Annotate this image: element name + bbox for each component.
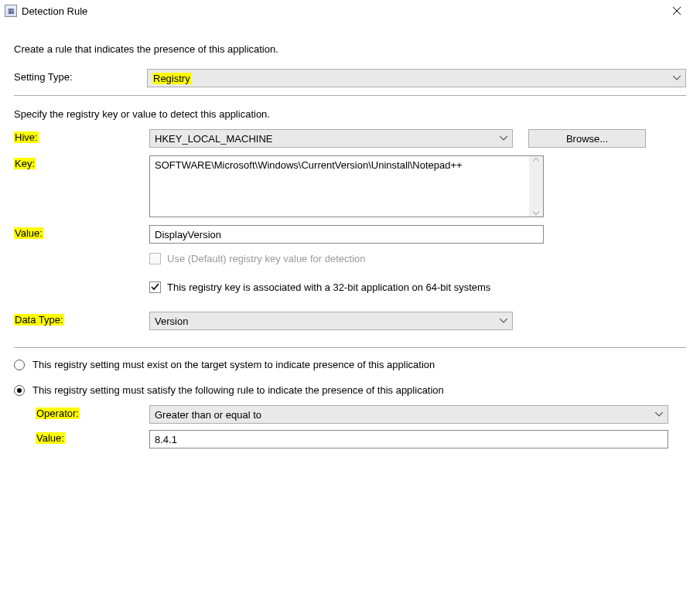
use-default-checkbox <box>149 253 161 264</box>
operator-combo[interactable]: Greater than or equal to <box>149 405 668 424</box>
radio-exist-row[interactable]: This registry setting must exist on the … <box>14 359 686 370</box>
hive-combo[interactable]: HKEY_LOCAL_MACHINE <box>149 129 513 148</box>
radio-satisfy-label: This registry setting must satisfy the f… <box>32 384 444 396</box>
value-input-text: DisplayVersion <box>155 229 221 240</box>
scrollbar[interactable] <box>529 156 543 217</box>
key-value: SOFTWARE\Microsoft\Windows\CurrentVersio… <box>150 156 529 217</box>
data-type-label: Data Type: <box>14 314 64 326</box>
radio-exist-label: This registry setting must exist on the … <box>32 359 435 370</box>
setting-type-label: Setting Type: <box>14 71 73 83</box>
use-default-label: Use (Default) registry key value for det… <box>167 253 366 264</box>
intro-text: Create a rule that indicates the presenc… <box>14 43 686 55</box>
setting-type-value: Registry <box>152 73 191 84</box>
titlebar: ▦ Detection Rule <box>0 0 700 22</box>
assoc-32bit-label: This registry key is associated with a 3… <box>167 281 490 293</box>
browse-button-label: Browse... <box>566 133 608 145</box>
operator-value: Greater than or equal to <box>155 409 261 421</box>
radio-satisfy[interactable] <box>14 385 25 396</box>
window-title: Detection Rule <box>22 5 87 17</box>
hive-value: HKEY_LOCAL_MACHINE <box>155 133 272 145</box>
value-label: Value: <box>14 227 43 239</box>
chevron-down-icon <box>500 136 507 141</box>
radio-exist[interactable] <box>14 360 25 370</box>
key-label: Key: <box>14 158 36 169</box>
chevron-down-icon <box>655 412 663 417</box>
value-input[interactable]: DisplayVersion <box>149 225 544 244</box>
data-type-combo[interactable]: Version <box>149 312 513 330</box>
separator <box>14 95 686 96</box>
assoc-32bit-checkbox[interactable] <box>149 281 161 293</box>
scroll-down-icon <box>533 211 539 215</box>
operator-label: Operator: <box>36 408 80 419</box>
close-icon <box>672 6 681 15</box>
key-textarea[interactable]: SOFTWARE\Microsoft\Windows\CurrentVersio… <box>149 155 544 217</box>
section-registry-heading: Specify the registry key or value to det… <box>14 108 686 120</box>
chevron-down-icon <box>500 319 507 323</box>
radio-satisfy-row[interactable]: This registry setting must satisfy the f… <box>14 384 686 396</box>
rule-value-label: Value: <box>36 432 65 444</box>
rule-value-text: 8.4.1 <box>155 434 177 445</box>
browse-button[interactable]: Browse... <box>528 129 646 148</box>
close-button[interactable] <box>660 2 694 20</box>
data-type-value: Version <box>155 315 188 327</box>
separator <box>14 347 686 348</box>
rule-value-input[interactable]: 8.4.1 <box>149 430 668 448</box>
hive-label: Hive: <box>14 131 39 143</box>
setting-type-combo[interactable]: Registry <box>147 69 686 87</box>
chevron-down-icon <box>673 76 681 80</box>
check-icon <box>151 283 159 292</box>
scroll-up-icon <box>533 158 539 162</box>
app-icon: ▦ <box>5 5 17 17</box>
